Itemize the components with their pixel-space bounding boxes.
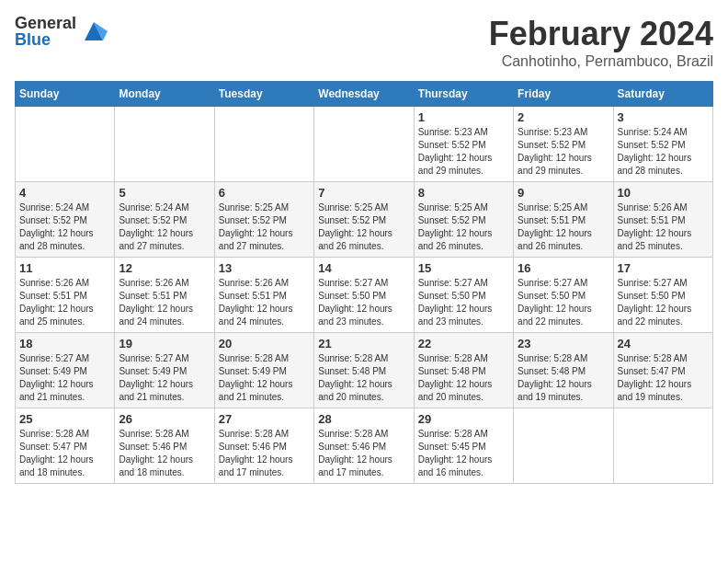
day-info: Sunrise: 5:26 AM Sunset: 5:51 PM Dayligh…: [19, 277, 110, 328]
day-info: Sunrise: 5:27 AM Sunset: 5:50 PM Dayligh…: [418, 277, 509, 328]
day-info: Sunrise: 5:28 AM Sunset: 5:48 PM Dayligh…: [418, 352, 509, 404]
calendar-cell: 16Sunrise: 5:27 AM Sunset: 5:50 PM Dayli…: [514, 258, 613, 333]
calendar-week-row: 1Sunrise: 5:23 AM Sunset: 5:52 PM Daylig…: [16, 107, 713, 182]
title-section: February 2024 Canhotinho, Pernambuco, Br…: [489, 15, 713, 70]
day-number: 16: [518, 261, 609, 275]
day-number: 23: [518, 337, 609, 350]
day-number: 17: [618, 261, 709, 275]
calendar-cell: 3Sunrise: 5:24 AM Sunset: 5:52 PM Daylig…: [613, 107, 712, 182]
day-number: 1: [418, 110, 509, 124]
day-number: 3: [618, 110, 709, 124]
calendar-cell: 8Sunrise: 5:25 AM Sunset: 5:52 PM Daylig…: [414, 182, 513, 258]
weekday-header-sunday: Sunday: [16, 82, 115, 107]
calendar-cell: 25Sunrise: 5:28 AM Sunset: 5:47 PM Dayli…: [16, 408, 115, 484]
day-info: Sunrise: 5:26 AM Sunset: 5:51 PM Dayligh…: [119, 277, 210, 328]
day-number: 26: [119, 412, 210, 426]
calendar-cell: 24Sunrise: 5:28 AM Sunset: 5:47 PM Dayli…: [613, 333, 712, 408]
calendar-cell: 26Sunrise: 5:28 AM Sunset: 5:46 PM Dayli…: [115, 408, 214, 484]
calendar-cell: 1Sunrise: 5:23 AM Sunset: 5:52 PM Daylig…: [414, 107, 513, 182]
calendar-body: 1Sunrise: 5:23 AM Sunset: 5:52 PM Daylig…: [16, 107, 713, 484]
calendar-cell: 18Sunrise: 5:27 AM Sunset: 5:49 PM Dayli…: [16, 333, 115, 408]
day-info: Sunrise: 5:25 AM Sunset: 5:52 PM Dayligh…: [318, 201, 409, 253]
day-info: Sunrise: 5:27 AM Sunset: 5:49 PM Dayligh…: [19, 352, 110, 404]
calendar-cell: 28Sunrise: 5:28 AM Sunset: 5:46 PM Dayli…: [314, 408, 414, 484]
calendar-cell: [16, 107, 115, 182]
day-info: Sunrise: 5:27 AM Sunset: 5:50 PM Dayligh…: [518, 277, 609, 328]
logo-general: General: [15, 15, 76, 31]
day-number: 8: [418, 186, 509, 200]
day-info: Sunrise: 5:25 AM Sunset: 5:51 PM Dayligh…: [518, 201, 609, 253]
calendar-cell: 6Sunrise: 5:25 AM Sunset: 5:52 PM Daylig…: [214, 182, 313, 258]
calendar-cell: 20Sunrise: 5:28 AM Sunset: 5:49 PM Dayli…: [214, 333, 313, 408]
logo: General Blue: [15, 15, 108, 48]
weekday-header-monday: Monday: [115, 82, 214, 107]
day-info: Sunrise: 5:28 AM Sunset: 5:49 PM Dayligh…: [219, 352, 310, 404]
day-info: Sunrise: 5:23 AM Sunset: 5:52 PM Dayligh…: [518, 126, 609, 178]
weekday-header-tuesday: Tuesday: [214, 82, 313, 107]
day-info: Sunrise: 5:28 AM Sunset: 5:47 PM Dayligh…: [19, 428, 110, 479]
calendar-cell: 4Sunrise: 5:24 AM Sunset: 5:52 PM Daylig…: [16, 182, 115, 258]
day-info: Sunrise: 5:25 AM Sunset: 5:52 PM Dayligh…: [219, 201, 310, 253]
day-info: Sunrise: 5:28 AM Sunset: 5:46 PM Dayligh…: [318, 428, 409, 479]
day-number: 12: [119, 261, 210, 275]
logo-blue: Blue: [15, 31, 76, 48]
day-info: Sunrise: 5:26 AM Sunset: 5:51 PM Dayligh…: [219, 277, 310, 328]
day-number: 20: [219, 337, 310, 350]
day-number: 9: [518, 186, 609, 200]
month-year-title: February 2024: [489, 15, 713, 53]
day-number: 25: [19, 412, 110, 426]
day-info: Sunrise: 5:27 AM Sunset: 5:50 PM Dayligh…: [618, 277, 709, 328]
calendar-cell: 22Sunrise: 5:28 AM Sunset: 5:48 PM Dayli…: [414, 333, 513, 408]
day-info: Sunrise: 5:28 AM Sunset: 5:46 PM Dayligh…: [219, 428, 310, 479]
page-header: General Blue February 2024 Canhotinho, P…: [15, 15, 713, 70]
day-info: Sunrise: 5:24 AM Sunset: 5:52 PM Dayligh…: [19, 201, 110, 253]
calendar-week-row: 18Sunrise: 5:27 AM Sunset: 5:49 PM Dayli…: [16, 333, 713, 408]
day-number: 21: [318, 337, 409, 350]
day-info: Sunrise: 5:25 AM Sunset: 5:52 PM Dayligh…: [418, 201, 509, 253]
day-number: 2: [518, 110, 609, 124]
calendar-cell: [613, 408, 712, 484]
calendar-cell: 12Sunrise: 5:26 AM Sunset: 5:51 PM Dayli…: [115, 258, 214, 333]
weekday-header-row: SundayMondayTuesdayWednesdayThursdayFrid…: [16, 82, 713, 107]
day-info: Sunrise: 5:28 AM Sunset: 5:48 PM Dayligh…: [518, 352, 609, 404]
day-number: 5: [119, 186, 210, 200]
calendar-cell: [115, 107, 214, 182]
day-info: Sunrise: 5:28 AM Sunset: 5:45 PM Dayligh…: [418, 428, 509, 479]
calendar-cell: 19Sunrise: 5:27 AM Sunset: 5:49 PM Dayli…: [115, 333, 214, 408]
day-number: 15: [418, 261, 509, 275]
calendar-week-row: 4Sunrise: 5:24 AM Sunset: 5:52 PM Daylig…: [16, 182, 713, 258]
calendar-cell: 7Sunrise: 5:25 AM Sunset: 5:52 PM Daylig…: [314, 182, 414, 258]
day-info: Sunrise: 5:23 AM Sunset: 5:52 PM Dayligh…: [418, 126, 509, 178]
calendar-cell: 23Sunrise: 5:28 AM Sunset: 5:48 PM Dayli…: [514, 333, 613, 408]
day-number: 11: [19, 261, 110, 275]
day-number: 22: [418, 337, 509, 350]
day-number: 18: [19, 337, 110, 350]
day-number: 24: [618, 337, 709, 350]
calendar-cell: 29Sunrise: 5:28 AM Sunset: 5:45 PM Dayli…: [414, 408, 513, 484]
calendar-cell: [314, 107, 414, 182]
day-number: 14: [318, 261, 409, 275]
calendar-header: SundayMondayTuesdayWednesdayThursdayFrid…: [16, 82, 713, 107]
day-info: Sunrise: 5:27 AM Sunset: 5:49 PM Dayligh…: [119, 352, 210, 404]
calendar-cell: 17Sunrise: 5:27 AM Sunset: 5:50 PM Dayli…: [613, 258, 712, 333]
day-number: 28: [318, 412, 409, 426]
day-number: 29: [418, 412, 509, 426]
calendar-cell: 14Sunrise: 5:27 AM Sunset: 5:50 PM Dayli…: [314, 258, 414, 333]
calendar-cell: 5Sunrise: 5:24 AM Sunset: 5:52 PM Daylig…: [115, 182, 214, 258]
location-subtitle: Canhotinho, Pernambuco, Brazil: [489, 53, 713, 70]
weekday-header-thursday: Thursday: [414, 82, 513, 107]
day-number: 19: [119, 337, 210, 350]
day-info: Sunrise: 5:28 AM Sunset: 5:48 PM Dayligh…: [318, 352, 409, 404]
day-info: Sunrise: 5:26 AM Sunset: 5:51 PM Dayligh…: [618, 201, 709, 253]
day-info: Sunrise: 5:24 AM Sunset: 5:52 PM Dayligh…: [119, 201, 210, 253]
day-number: 10: [618, 186, 709, 200]
calendar-cell: 11Sunrise: 5:26 AM Sunset: 5:51 PM Dayli…: [16, 258, 115, 333]
calendar-cell: 13Sunrise: 5:26 AM Sunset: 5:51 PM Dayli…: [214, 258, 313, 333]
calendar-cell: [214, 107, 313, 182]
weekday-header-wednesday: Wednesday: [314, 82, 414, 107]
day-number: 4: [19, 186, 110, 200]
logo-text: General Blue: [15, 15, 76, 48]
calendar-cell: 27Sunrise: 5:28 AM Sunset: 5:46 PM Dayli…: [214, 408, 313, 484]
calendar-cell: 10Sunrise: 5:26 AM Sunset: 5:51 PM Dayli…: [613, 182, 712, 258]
day-info: Sunrise: 5:24 AM Sunset: 5:52 PM Dayligh…: [618, 126, 709, 178]
